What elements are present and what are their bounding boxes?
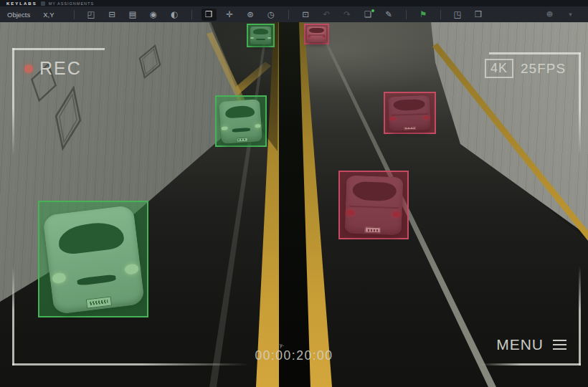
objects-menu[interactable]: Objects — [7, 11, 30, 19]
toolbar-divider — [191, 10, 192, 19]
toolbar-divider — [74, 10, 75, 19]
toolbar-divider — [406, 10, 407, 19]
annotation-box-green-1[interactable] — [247, 24, 275, 47]
center-focus-icon[interactable]: ⊡ — [298, 9, 313, 21]
undo-icon[interactable]: ↶ — [319, 9, 334, 21]
bracket-top-left-v — [12, 48, 14, 156]
bracket-top-left-h — [12, 48, 105, 50]
annotation-fill — [385, 93, 435, 133]
bracket-bottom-right-h — [480, 363, 581, 366]
annotation-box-red-5[interactable] — [338, 171, 409, 239]
resolution-badge: 4K — [485, 59, 513, 78]
edit-icon[interactable]: ✎ — [381, 9, 397, 21]
kit-icon[interactable]: ❒ — [471, 9, 486, 21]
video-canvas[interactable]: REC 4K 25FPS MENU y- 00:00:20:00 — [0, 22, 588, 387]
toolbar-divider — [440, 10, 441, 19]
annotation-box-red-4[interactable] — [384, 92, 436, 134]
bracket-top-right-v — [579, 52, 581, 156]
annotation-fill — [39, 202, 147, 316]
chat-icon[interactable]: ❏ — [361, 9, 376, 21]
annotation-fill — [340, 172, 407, 238]
timecode: 00:00:20:00 — [0, 348, 588, 363]
camera-info: 4K 25FPS — [485, 59, 566, 78]
annotation-fill — [248, 25, 273, 46]
rec-dot-icon — [24, 64, 33, 73]
annotation-box-green-6[interactable] — [38, 201, 148, 317]
user-icon[interactable]: ☻ — [542, 9, 557, 21]
timer-icon[interactable]: ◷ — [264, 9, 279, 21]
capture-icon[interactable]: ◳ — [450, 9, 465, 21]
notification-badge — [371, 9, 374, 12]
toolbar: ObjectsX,Y◰⊟▤◉◐❐✛⊛◷⊡↶↷❏✎⚑◳❒☻▾ — [0, 6, 588, 22]
pin-icon[interactable]: ◉ — [146, 9, 161, 21]
top-bar: KEYLABS MY ASSIGNMENTS — [0, 0, 588, 6]
bracket-top-right-h — [489, 52, 581, 54]
flag-icon[interactable]: ⚑ — [416, 9, 431, 21]
annotation-box-green-3[interactable] — [215, 95, 267, 147]
rec-label: REC — [39, 58, 82, 79]
chevron-down-icon[interactable]: ▾ — [563, 9, 578, 21]
rec-indicator: REC — [24, 58, 82, 79]
toolbar-divider — [288, 10, 289, 19]
workspace-icon — [41, 1, 45, 6]
annotation-fill — [217, 97, 265, 145]
fit-screen-icon[interactable]: ✛ — [222, 9, 237, 21]
shape-tool-icon[interactable]: ◰ — [84, 9, 99, 21]
settings-icon[interactable]: ⊛ — [243, 9, 258, 21]
notes-icon[interactable]: ▤ — [125, 9, 141, 21]
median-marker: y- — [280, 343, 284, 348]
bracket-bottom-left-h — [12, 363, 249, 366]
contrast-icon[interactable]: ◐ — [167, 9, 182, 21]
annotation-fill — [305, 25, 328, 43]
redo-icon[interactable]: ↷ — [340, 9, 355, 21]
fps-label: 25FPS — [521, 61, 566, 77]
xy-menu[interactable]: X,Y — [43, 11, 54, 19]
bounding-box-tool-icon[interactable]: ❐ — [201, 9, 217, 21]
breadcrumb[interactable]: MY ASSIGNMENTS — [49, 1, 94, 6]
brand-logo: KEYLABS — [6, 1, 37, 6]
keylabs-app: KEYLABS MY ASSIGNMENTS ObjectsX,Y◰⊟▤◉◐❐✛… — [0, 0, 588, 387]
annotation-box-red-2[interactable] — [304, 24, 329, 44]
comment-tool-icon[interactable]: ⊟ — [105, 9, 120, 21]
toolbar-right: ☻▾ — [539, 9, 581, 21]
